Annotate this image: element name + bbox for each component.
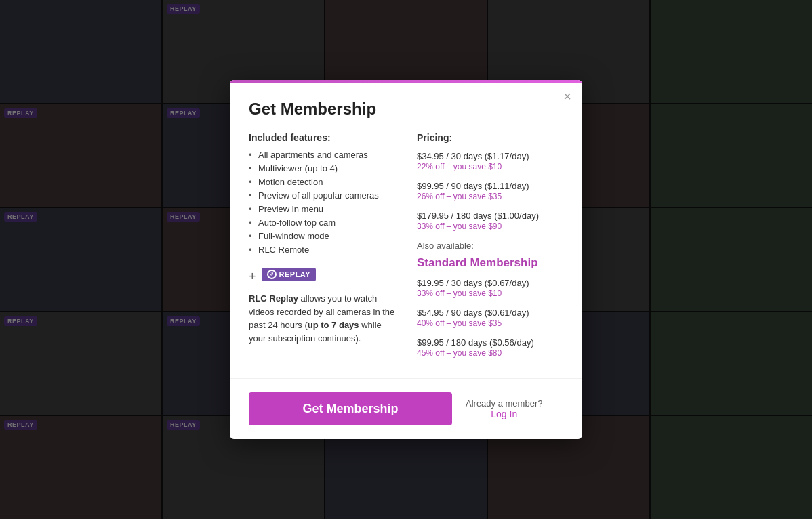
price-savings: 33% off – you save $90 — [417, 222, 563, 231]
list-item: Multiviewer (up to 4) — [249, 163, 398, 173]
list-item: Motion detection — [249, 177, 398, 187]
replay-badge-large: ↺ REPLAY — [262, 268, 317, 281]
price-option-3[interactable]: $179.95 / 180 days ($1.00/day) 33% off –… — [417, 211, 563, 231]
already-member-section: Already a member? Log In — [466, 398, 542, 419]
close-button[interactable]: × — [563, 89, 571, 103]
price-savings: 22% off – you save $10 — [417, 162, 563, 171]
plus-icon: + — [249, 270, 256, 284]
list-item: Full-window mode — [249, 231, 398, 241]
pricing-title: Pricing: — [417, 132, 563, 143]
modal-overlay: × Get Membership Included features: All … — [0, 0, 812, 519]
replay-section: + ↺ REPLAY — [249, 267, 398, 284]
price-savings: 26% off – you save $35 — [417, 192, 563, 201]
list-item: Auto-follow top cam — [249, 217, 398, 228]
right-column: Pricing: $34.95 / 30 days ($1.17/day) 22… — [417, 132, 563, 367]
log-in-link[interactable]: Log In — [491, 409, 517, 419]
standard-membership-title: Standard Membership — [417, 256, 563, 270]
standard-price-option-3[interactable]: $99.95 / 180 days ($0.56/day) 45% off – … — [417, 337, 563, 358]
standard-price-option-2[interactable]: $54.95 / 90 days ($0.61/day) 40% off – y… — [417, 308, 563, 328]
replay-description: RLC Replay allows you to watch videos re… — [249, 292, 398, 345]
feature-list: All apartments and cameras Multiviewer (… — [249, 150, 398, 255]
modal-body: × Get Membership Included features: All … — [230, 83, 582, 367]
price-option-2[interactable]: $99.95 / 90 days ($1.11/day) 26% off – y… — [417, 181, 563, 201]
replay-info: ↺ REPLAY — [262, 267, 317, 281]
standard-price-option-1[interactable]: $19.95 / 30 days ($0.67/day) 33% off – y… — [417, 278, 563, 298]
features-title: Included features: — [249, 132, 398, 143]
membership-modal: × Get Membership Included features: All … — [230, 80, 582, 439]
get-membership-button[interactable]: Get Membership — [249, 392, 452, 425]
price-main: $19.95 / 30 days ($0.67/day) — [417, 278, 563, 288]
price-main: $179.95 / 180 days ($1.00/day) — [417, 211, 563, 221]
left-column: Included features: All apartments and ca… — [249, 132, 398, 367]
replay-name: RLC Replay — [249, 293, 298, 304]
modal-title: Get Membership — [249, 100, 563, 119]
list-item: RLC Remote — [249, 245, 398, 255]
price-option-1[interactable]: $34.95 / 30 days ($1.17/day) 22% off – y… — [417, 151, 563, 171]
price-main: $99.95 / 180 days ($0.56/day) — [417, 337, 563, 348]
price-main: $34.95 / 30 days ($1.17/day) — [417, 151, 563, 161]
price-savings: 33% off – you save $10 — [417, 289, 563, 298]
replay-badge-text: REPLAY — [279, 270, 311, 278]
price-savings: 45% off – you save $80 — [417, 348, 563, 358]
price-savings: 40% off – you save $35 — [417, 318, 563, 328]
modal-content: Included features: All apartments and ca… — [249, 132, 563, 367]
price-main: $54.95 / 90 days ($0.61/day) — [417, 308, 563, 318]
list-item: Preview of all popular cameras — [249, 190, 398, 201]
modal-footer: Get Membership Already a member? Log In — [230, 378, 582, 439]
already-member-label: Already a member? — [466, 398, 542, 409]
replay-circle-icon: ↺ — [267, 270, 277, 279]
also-available-label: Also available: — [417, 241, 563, 251]
list-item: All apartments and cameras — [249, 150, 398, 160]
replay-days: up to 7 days — [308, 320, 359, 330]
price-main: $99.95 / 90 days ($1.11/day) — [417, 181, 563, 191]
list-item: Preview in menu — [249, 204, 398, 214]
